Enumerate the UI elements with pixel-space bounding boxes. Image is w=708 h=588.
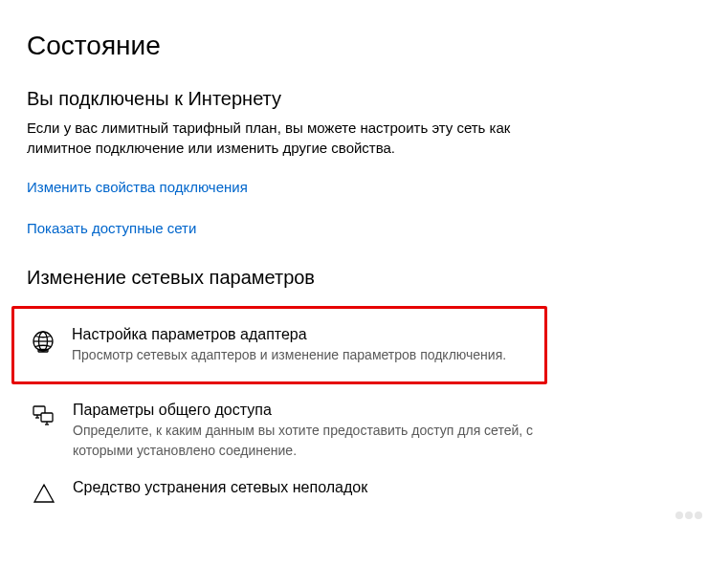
adapter-settings-option[interactable]: Настройка параметров адаптера Просмотр с… <box>11 306 547 384</box>
sharing-settings-title: Параметры общего доступа <box>73 402 555 419</box>
watermark-dots <box>675 512 702 519</box>
svg-rect-5 <box>41 413 53 422</box>
change-connection-properties-link[interactable]: Изменить свойства подключения <box>27 179 681 195</box>
troubleshoot-icon <box>31 481 57 508</box>
status-heading: Вы подключены к Интернету <box>27 88 681 110</box>
sharing-icon <box>31 403 57 430</box>
adapter-settings-desc: Просмотр сетевых адаптеров и изменение п… <box>72 345 537 364</box>
adapter-settings-title: Настройка параметров адаптера <box>72 326 537 343</box>
status-description: Если у вас лимитный тарифный план, вы мо… <box>27 118 543 158</box>
sharing-settings-option[interactable]: Параметры общего доступа Определите, к к… <box>27 392 563 469</box>
show-available-networks-link[interactable]: Показать доступные сети <box>27 220 681 236</box>
network-settings-heading: Изменение сетевых параметров <box>27 267 681 289</box>
troubleshoot-title: Средство устранения сетевых неполадок <box>73 479 555 496</box>
troubleshoot-option[interactable]: Средство устранения сетевых неполадок <box>27 469 563 508</box>
globe-icon <box>30 328 56 355</box>
page-title: Состояние <box>27 31 681 61</box>
sharing-settings-desc: Определите, к каким данным вы хотите пре… <box>73 421 555 460</box>
